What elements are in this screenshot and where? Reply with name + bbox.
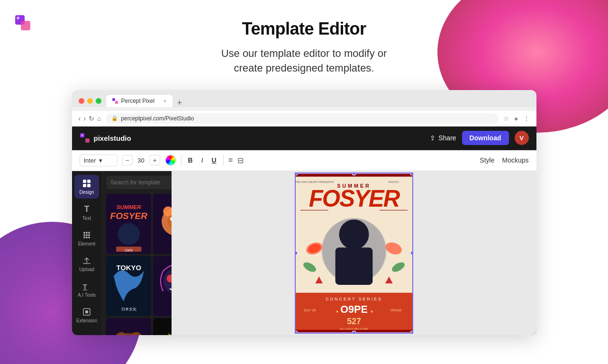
font-family-select[interactable]: Inter ▾ (80, 155, 118, 166)
back-button[interactable]: ‹ (79, 115, 81, 122)
extension-tool-label: Extension (76, 318, 97, 323)
app-topbar: pixelstudio ⇪ Share Download V (72, 127, 536, 150)
template-svg-tokyo-dragon: TOKYO 日本文化 (106, 256, 152, 316)
svg-rect-4 (115, 101, 118, 104)
svg-point-19 (86, 237, 88, 238)
svg-point-16 (86, 234, 88, 236)
upload-tool-label: Upload (79, 267, 94, 272)
traffic-lights (79, 98, 101, 104)
canvas-handle-tl[interactable] (295, 173, 298, 175)
user-avatar[interactable]: V (515, 131, 529, 145)
svg-point-17 (88, 234, 90, 236)
bold-button[interactable]: B (186, 155, 195, 165)
header-section: Template Editor Use our template editor … (0, 0, 608, 90)
svg-text:★: ★ (335, 309, 338, 314)
traffic-light-close[interactable] (79, 98, 84, 104)
canvas-area[interactable]: SUMMER THE PIXO HEART PRESENTS PIXOTO FO… (172, 171, 536, 335)
svg-text:ALL AGES WELCOME: ALL AGES WELCOME (339, 328, 368, 330)
tab-close-button[interactable]: × (163, 98, 166, 104)
sidebar-item-extension[interactable]: Extension (74, 303, 99, 327)
canvas-handle-r[interactable] (410, 251, 413, 255)
canvas-handle-bl[interactable] (295, 331, 298, 334)
tab-favicon (112, 98, 118, 104)
toolbar-separator-2 (223, 155, 224, 166)
sidebar-item-ai-tools[interactable]: T A.I Tools (74, 278, 99, 301)
traffic-light-maximize[interactable] (96, 98, 101, 104)
refresh-button[interactable]: ↻ (89, 115, 94, 122)
color-picker-button[interactable] (165, 155, 176, 166)
svg-point-13 (86, 232, 88, 234)
url-bar[interactable]: 🔒 perceptpixel.com/PixelStudio (106, 113, 499, 124)
template-thumb-fosyer-1[interactable]: SUMMER FOSYER O9PE (106, 194, 152, 254)
sidebar-item-element[interactable]: Element (74, 227, 99, 250)
template-thumb-tokyo-dragon[interactable]: TOKYO 日本文化 (106, 256, 152, 316)
share-button[interactable]: ⇪ Share (430, 134, 456, 142)
align-right-button[interactable]: ⊟ (237, 156, 244, 165)
sidebar-item-design[interactable]: Design (74, 175, 99, 199)
app-logo-icon (80, 133, 90, 143)
sidebar-item-upload[interactable]: Upload (74, 252, 99, 276)
mockups-tab[interactable]: Mockups (502, 156, 528, 164)
browser-window: Percept Pixel × + ‹ › ↻ ⌂ 🔒 perceptpixel… (72, 90, 536, 335)
canvas-frame[interactable]: SUMMER THE PIXO HEART PRESENTS PIXOTO FO… (295, 173, 413, 334)
more-options-icon[interactable]: ⋮ (523, 115, 530, 122)
svg-text:SUMMER: SUMMER (116, 203, 141, 209)
new-tab-button[interactable]: + (173, 99, 186, 107)
style-mockups-group: Style Mockups (480, 156, 528, 164)
forward-button[interactable]: › (83, 115, 86, 122)
underline-button[interactable]: U (210, 155, 218, 165)
app-logo-text: pixelstudio (94, 134, 131, 142)
download-button[interactable]: Download (462, 131, 509, 145)
svg-text:O9PE: O9PE (340, 303, 368, 315)
font-size-value: 30 (136, 157, 147, 164)
svg-rect-44 (106, 318, 151, 335)
canvas-handle-b[interactable] (352, 331, 356, 334)
browser-tab-active[interactable]: Percept Pixel × (106, 95, 172, 107)
canvas-handle-t[interactable] (352, 173, 356, 175)
svg-text:PIXOTO: PIXOTO (388, 181, 399, 183)
element-icon (82, 230, 91, 240)
sidebar-tools: Design T Text (72, 171, 102, 335)
browser-actions: ☆ ● ⋮ (503, 115, 529, 122)
svg-point-20 (88, 237, 90, 238)
svg-text:FOSYER: FOSYER (309, 185, 400, 211)
font-size-decrease-button[interactable]: − (122, 155, 133, 165)
page-subtitle: Use our template editor to modify orcrea… (9, 46, 599, 76)
svg-text:VENUE: VENUE (390, 309, 401, 312)
home-button[interactable]: ⌂ (97, 115, 101, 122)
bookmark-icon[interactable]: ☆ (503, 115, 509, 122)
traffic-light-minimize[interactable] (87, 98, 93, 104)
canvas-handle-tr[interactable] (410, 173, 413, 175)
svg-rect-23 (85, 310, 88, 313)
svg-point-76 (339, 219, 369, 249)
svg-text:日本文化: 日本文化 (121, 307, 136, 311)
svg-rect-8 (83, 180, 86, 183)
svg-rect-3 (112, 98, 115, 101)
nav-buttons: ‹ › ↻ ⌂ (79, 115, 101, 122)
svg-point-27 (118, 223, 140, 245)
svg-text:JULY 28: JULY 28 (303, 309, 316, 312)
ai-tools-label: A.I Tools (78, 292, 96, 298)
align-left-button[interactable]: ≡ (228, 156, 233, 164)
canvas-handle-l[interactable] (295, 251, 298, 255)
lock-icon: 🔒 (111, 115, 118, 121)
formatting-toolbar: Inter ▾ − 30 + B I U ≡ ⊟ Style Mockups (72, 150, 536, 171)
font-size-increase-button[interactable]: + (150, 155, 160, 165)
style-tab[interactable]: Style (480, 156, 494, 164)
canvas-handle-br[interactable] (410, 331, 413, 334)
poster-canvas: SUMMER THE PIXO HEART PRESENTS PIXOTO FO… (296, 173, 412, 333)
url-text: perceptpixel.com/PixelStudio (121, 115, 194, 122)
ai-tools-icon: T (82, 282, 91, 291)
user-profile-icon[interactable]: ● (514, 115, 518, 122)
extension-icon (82, 307, 91, 317)
svg-point-12 (83, 232, 85, 234)
page-title: Template Editor (9, 19, 599, 39)
sidebar-item-text[interactable]: T Text (74, 200, 99, 225)
tab-label: Percept Pixel (121, 98, 155, 104)
template-thumb-bear-2[interactable]: SUMMER VIBES (106, 318, 152, 335)
svg-rect-10 (83, 184, 86, 187)
text-icon: T (84, 204, 90, 214)
svg-text:O9PE: O9PE (125, 249, 133, 252)
app-content: pixelstudio ⇪ Share Download V Inter ▾ −… (72, 127, 536, 335)
italic-button[interactable]: I (200, 155, 205, 165)
